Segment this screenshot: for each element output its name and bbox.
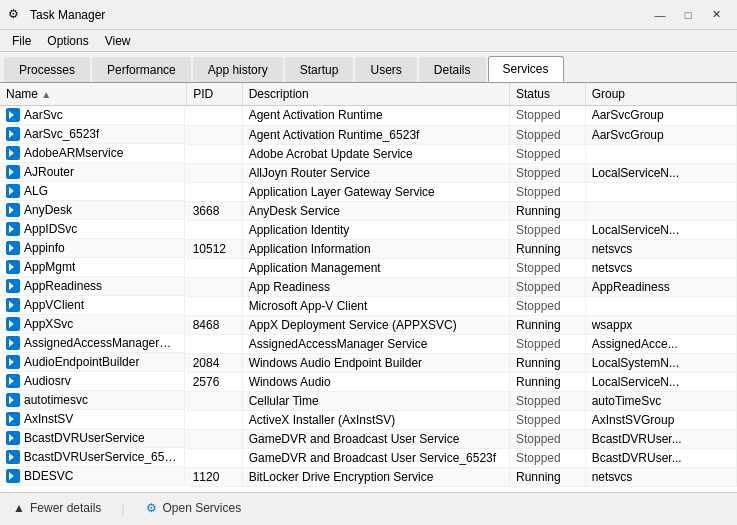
service-group: netsvcs [585, 239, 736, 258]
table-row[interactable]: Appinfo10512Application InformationRunni… [0, 239, 737, 258]
minimize-button[interactable]: — [647, 5, 673, 25]
table-row[interactable]: AppVClientMicrosoft App-V ClientStopped [0, 296, 737, 315]
fewer-details-icon: ▲ [12, 501, 26, 515]
service-pid: 2576 [187, 372, 242, 391]
tab-startup[interactable]: Startup [285, 57, 354, 82]
service-icon [6, 450, 20, 464]
open-services-button[interactable]: ⚙ Open Services [141, 499, 246, 517]
tab-users[interactable]: Users [355, 57, 416, 82]
service-icon [6, 298, 20, 312]
table-row[interactable]: AnyDesk3668AnyDesk ServiceRunning [0, 201, 737, 220]
table-row[interactable]: AdobeARMserviceAdobe Acrobat Update Serv… [0, 144, 737, 163]
col-header-description[interactable]: Description [242, 83, 509, 106]
service-icon [6, 469, 20, 483]
table-row[interactable]: AarSvcAgent Activation RuntimeStoppedAar… [0, 106, 737, 126]
service-description: AssignedAccessManager Service [242, 334, 509, 353]
close-button[interactable]: ✕ [703, 5, 729, 25]
service-pid [187, 182, 242, 201]
service-description: Adobe Acrobat Update Service [242, 144, 509, 163]
table-row[interactable]: AarSvc_6523fAgent Activation Runtime_652… [0, 125, 737, 144]
table-row[interactable]: Audiosrv2576Windows AudioRunningLocalSer… [0, 372, 737, 391]
service-description: AppX Deployment Service (APPXSVC) [242, 315, 509, 334]
title-bar: ⚙ Task Manager — □ ✕ [0, 0, 737, 30]
service-group: LocalServiceN... [585, 220, 736, 239]
open-services-label: Open Services [163, 501, 242, 515]
service-status: Stopped [509, 448, 585, 467]
service-pid [187, 334, 242, 353]
service-group: BcastDVRUser... [585, 429, 736, 448]
table-row[interactable]: AppMgmtApplication ManagementStoppednets… [0, 258, 737, 277]
service-status: Running [509, 467, 585, 486]
service-group: autoTimeSvc [585, 391, 736, 410]
service-pid [187, 277, 242, 296]
maximize-button[interactable]: □ [675, 5, 701, 25]
table-row[interactable]: BDESVC1120BitLocker Drive Encryption Ser… [0, 467, 737, 486]
service-description: GameDVR and Broadcast User Service_6523f [242, 448, 509, 467]
service-icon [6, 184, 20, 198]
service-pid [187, 220, 242, 239]
service-status: Stopped [509, 125, 585, 144]
service-pid [187, 144, 242, 163]
menu-view[interactable]: View [97, 32, 139, 50]
service-pid [187, 391, 242, 410]
service-icon [6, 279, 20, 293]
table-row[interactable]: BcastDVRUserServiceGameDVR and Broadcast… [0, 429, 737, 448]
service-icon [6, 146, 20, 160]
service-name: AssignedAccessManagerSvc [0, 334, 185, 353]
table-row[interactable]: autotimesvcCellular TimeStoppedautoTimeS… [0, 391, 737, 410]
service-status: Running [509, 353, 585, 372]
table-row[interactable]: BcastDVRUserService_6523fGameDVR and Bro… [0, 448, 737, 467]
fewer-details-button[interactable]: ▲ Fewer details [8, 499, 105, 517]
tab-services[interactable]: Services [488, 56, 564, 82]
service-name: ALG [0, 182, 185, 201]
service-description: Application Information [242, 239, 509, 258]
service-pid: 8468 [187, 315, 242, 334]
service-group: AssignedAcce... [585, 334, 736, 353]
col-header-group[interactable]: Group [585, 83, 736, 106]
table-row[interactable]: AssignedAccessManagerSvcAssignedAccessMa… [0, 334, 737, 353]
fewer-details-label: Fewer details [30, 501, 101, 515]
services-table-container[interactable]: Name ▲ PID Description Status Group AarS… [0, 83, 737, 492]
service-pid [187, 125, 242, 144]
table-row[interactable]: AxInstSVActiveX Installer (AxInstSV)Stop… [0, 410, 737, 429]
service-name: AJRouter [0, 163, 185, 182]
service-group [585, 144, 736, 163]
service-name: AppReadiness [0, 277, 185, 296]
service-icon [6, 203, 20, 217]
service-status: Stopped [509, 106, 585, 126]
service-name: AnyDesk [0, 201, 185, 220]
col-header-name[interactable]: Name ▲ [0, 83, 187, 106]
col-header-status[interactable]: Status [509, 83, 585, 106]
service-group: LocalServiceN... [585, 372, 736, 391]
tab-performance[interactable]: Performance [92, 57, 191, 82]
service-group: AarSvcGroup [585, 106, 736, 126]
table-row[interactable]: AppIDSvcApplication IdentityStoppedLocal… [0, 220, 737, 239]
menu-file[interactable]: File [4, 32, 39, 50]
table-row[interactable]: AppXSvc8468AppX Deployment Service (APPX… [0, 315, 737, 334]
service-group [585, 182, 736, 201]
table-row[interactable]: AudioEndpointBuilder2084Windows Audio En… [0, 353, 737, 372]
service-name: AarSvc [0, 106, 185, 125]
tab-details[interactable]: Details [419, 57, 486, 82]
service-description: AllJoyn Router Service [242, 163, 509, 182]
service-description: Application Identity [242, 220, 509, 239]
service-group: AxInstSVGroup [585, 410, 736, 429]
service-group: BcastDVRUser... [585, 448, 736, 467]
menu-options[interactable]: Options [39, 32, 96, 50]
tab-app-history[interactable]: App history [193, 57, 283, 82]
col-header-pid[interactable]: PID [187, 83, 242, 106]
table-row[interactable]: ALGApplication Layer Gateway ServiceStop… [0, 182, 737, 201]
tab-processes[interactable]: Processes [4, 57, 90, 82]
service-description: GameDVR and Broadcast User Service [242, 429, 509, 448]
table-row[interactable]: AppReadinessApp ReadinessStoppedAppReadi… [0, 277, 737, 296]
service-description: ActiveX Installer (AxInstSV) [242, 410, 509, 429]
service-group: wsappx [585, 315, 736, 334]
service-status: Stopped [509, 182, 585, 201]
service-pid: 10512 [187, 239, 242, 258]
service-description: Windows Audio [242, 372, 509, 391]
service-status: Stopped [509, 144, 585, 163]
table-header-row: Name ▲ PID Description Status Group [0, 83, 737, 106]
table-row[interactable]: AJRouterAllJoyn Router ServiceStoppedLoc… [0, 163, 737, 182]
service-description: Cellular Time [242, 391, 509, 410]
service-icon [6, 241, 20, 255]
